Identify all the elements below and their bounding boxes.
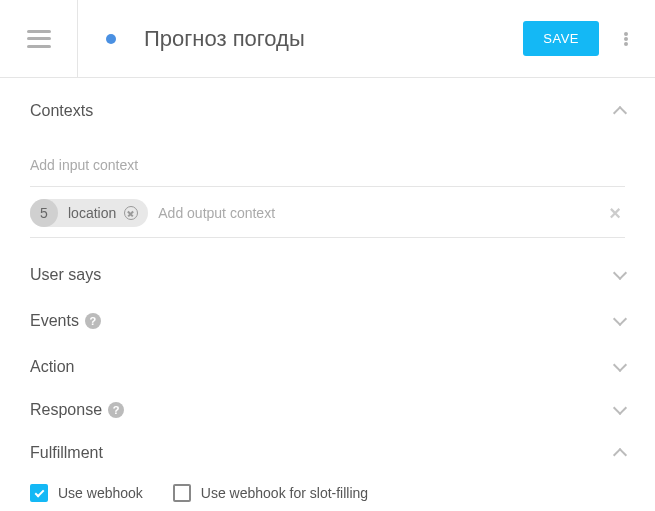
checkmark-icon xyxy=(34,487,44,497)
chevron-down-icon xyxy=(613,266,627,280)
events-title: Events ? xyxy=(30,312,101,330)
section-fulfillment: Fulfillment Use webhook Use webhook for … xyxy=(30,430,625,511)
chip-count: 5 xyxy=(30,199,58,227)
more-options-icon[interactable] xyxy=(617,30,635,48)
output-context-field-wrap xyxy=(158,204,595,222)
input-context-field[interactable] xyxy=(30,157,625,173)
section-events: Events ? xyxy=(30,298,625,344)
events-title-text: Events xyxy=(30,312,79,330)
menu-icon[interactable] xyxy=(27,30,51,48)
chevron-up-icon xyxy=(613,106,627,120)
title-area: Прогноз погоды xyxy=(78,26,523,52)
status-dot-icon xyxy=(106,34,116,44)
fulfillment-body: Use webhook Use webhook for slot-filling xyxy=(30,462,625,502)
user-says-header[interactable]: User says xyxy=(30,266,625,284)
hamburger-wrap xyxy=(0,0,78,78)
output-context-row: 5 location × xyxy=(30,187,625,238)
events-header[interactable]: Events ? xyxy=(30,312,625,330)
section-action: Action xyxy=(30,344,625,390)
user-says-title: User says xyxy=(30,266,101,284)
response-title-text: Response xyxy=(30,401,102,419)
help-icon[interactable]: ? xyxy=(108,402,124,418)
chevron-up-icon xyxy=(613,448,627,462)
section-user-says: User says xyxy=(30,244,625,298)
slot-filling-label: Use webhook for slot-filling xyxy=(201,485,368,501)
output-context-field[interactable] xyxy=(158,205,595,221)
fulfillment-title: Fulfillment xyxy=(30,444,103,462)
use-webhook-checkbox-group[interactable]: Use webhook xyxy=(30,484,143,502)
action-header[interactable]: Action xyxy=(30,358,625,376)
response-title: Response ? xyxy=(30,401,124,419)
response-header[interactable]: Response ? xyxy=(30,401,625,419)
contexts-header[interactable]: Contexts xyxy=(30,102,625,120)
section-contexts: Contexts 5 location × xyxy=(30,78,625,244)
app-header: Прогноз погоды SAVE xyxy=(0,0,655,78)
contexts-title: Contexts xyxy=(30,102,93,120)
section-response: Response ? xyxy=(30,390,625,430)
action-title: Action xyxy=(30,358,74,376)
clear-icon[interactable]: × xyxy=(605,203,625,223)
fulfillment-header[interactable]: Fulfillment xyxy=(30,444,625,462)
slot-filling-checkbox-group[interactable]: Use webhook for slot-filling xyxy=(173,484,368,502)
close-icon[interactable] xyxy=(124,206,138,220)
input-context-row xyxy=(30,120,625,187)
context-chip[interactable]: 5 location xyxy=(30,199,148,227)
page-title: Прогноз погоды xyxy=(144,26,305,52)
content: Contexts 5 location × User says Even xyxy=(0,78,655,511)
checkbox-unchecked-icon xyxy=(173,484,191,502)
checkbox-checked-icon xyxy=(30,484,48,502)
chevron-down-icon xyxy=(613,358,627,372)
chevron-down-icon xyxy=(613,401,627,415)
chevron-down-icon xyxy=(613,312,627,326)
use-webhook-label: Use webhook xyxy=(58,485,143,501)
chip-label: location xyxy=(68,205,116,221)
help-icon[interactable]: ? xyxy=(85,313,101,329)
save-button[interactable]: SAVE xyxy=(523,21,599,56)
